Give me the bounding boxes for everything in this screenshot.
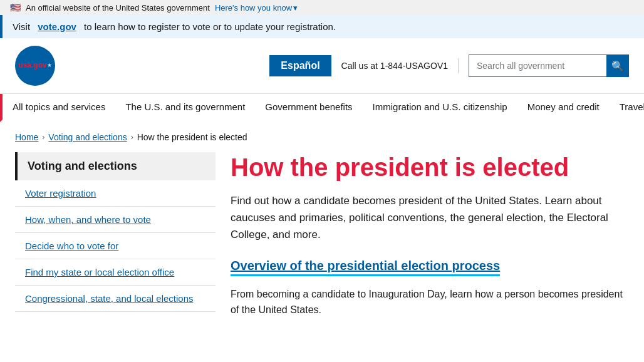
phone-text: Call us at 1-844-USAGOV1 xyxy=(341,61,448,71)
main-layout: Voting and elections Voter registration … xyxy=(0,152,644,333)
nav-item-immigration[interactable]: Immigration and U.S. citizenship xyxy=(363,94,517,122)
sidebar-link-how-when-where[interactable]: How, when, and where to vote xyxy=(15,207,216,232)
flag-icon: 🇺🇸 xyxy=(10,3,21,13)
list-item: Congressional, state, and local election… xyxy=(15,286,216,312)
gov-banner: 🇺🇸 An official website of the United Sta… xyxy=(0,0,644,15)
breadcrumb: Home › Voting and elections › How the pr… xyxy=(0,122,644,152)
nav-item-all-topics[interactable]: All topics and services xyxy=(0,94,115,122)
main-nav: All topics and services The U.S. and its… xyxy=(0,93,644,122)
search-icon: 🔍 xyxy=(611,60,624,72)
how-you-know-button[interactable]: Here's how you know ▾ xyxy=(215,3,298,13)
how-you-know-label: Here's how you know xyxy=(215,3,292,13)
search-button[interactable]: 🔍 xyxy=(606,54,629,77)
breadcrumb-section[interactable]: Voting and elections xyxy=(48,132,127,142)
nav-label: The U.S. and its government xyxy=(125,101,245,112)
list-item: Voter registration xyxy=(15,180,216,207)
nav-label: Travel xyxy=(620,101,644,112)
nav-label: Government benefits xyxy=(265,101,352,112)
header-divider xyxy=(458,58,459,73)
breadcrumb-home[interactable]: Home xyxy=(15,132,38,142)
logo-usa-text: usa xyxy=(18,61,31,70)
vote-gov-link[interactable]: vote.gov xyxy=(38,21,76,32)
espanol-button[interactable]: Español xyxy=(269,55,331,76)
sidebar-link-decide-vote[interactable]: Decide who to vote for xyxy=(15,233,216,259)
main-content: How the president is elected Find out ho… xyxy=(231,152,629,333)
page-description: Find out how a candidate becomes preside… xyxy=(231,192,629,244)
nav-label: Immigration and U.S. citizenship xyxy=(373,101,507,112)
search-input[interactable] xyxy=(469,54,606,77)
usa-gov-logo[interactable]: usa .gov ★ xyxy=(15,46,55,86)
logo-star: ★ xyxy=(47,63,52,69)
list-item: How, when, and where to vote xyxy=(15,207,216,233)
section-link[interactable]: Overview of the presidential election pr… xyxy=(231,259,500,276)
nav-item-money-credit[interactable]: Money and credit xyxy=(517,94,610,122)
nav-item-travel[interactable]: Travel xyxy=(610,94,644,122)
page-title: How the president is elected xyxy=(231,152,629,182)
logo-gov-text: gov xyxy=(33,61,46,70)
sidebar-title: Voting and elections xyxy=(15,152,216,180)
vote-banner-prefix: Visit xyxy=(13,21,30,32)
breadcrumb-sep-2: › xyxy=(131,133,133,142)
header: usa .gov ★ Español Call us at 1-844-USAG… xyxy=(0,38,644,93)
nav-label: All topics and services xyxy=(13,101,105,112)
sidebar: Voting and elections Voter registration … xyxy=(15,152,216,333)
breadcrumb-sep-1: › xyxy=(42,133,44,142)
breadcrumb-current: How the president is elected xyxy=(137,132,247,142)
logo-container: usa .gov ★ xyxy=(15,46,55,86)
sidebar-link-election-office[interactable]: Find my state or local election office xyxy=(15,259,216,285)
nav-item-government-benefits[interactable]: Government benefits xyxy=(255,94,362,122)
sidebar-link-voter-registration[interactable]: Voter registration xyxy=(15,180,216,206)
header-right: Español Call us at 1-844-USAGOV1 🔍 xyxy=(269,54,629,77)
sidebar-link-congressional-elections[interactable]: Congressional, state, and local election… xyxy=(15,286,216,311)
expand-icon: ▾ xyxy=(293,3,298,13)
search-container: 🔍 xyxy=(469,54,629,77)
gov-banner-text: An official website of the United States… xyxy=(26,3,210,13)
sidebar-list: Voter registration How, when, and where … xyxy=(15,180,216,312)
vote-banner: Visit vote.gov to learn how to register … xyxy=(0,15,644,38)
vote-banner-suffix: to learn how to register to vote or to u… xyxy=(84,21,336,32)
nav-item-us-government[interactable]: The U.S. and its government xyxy=(115,94,255,122)
section-description: From becoming a candidate to Inauguratio… xyxy=(231,286,629,318)
list-item: Find my state or local election office xyxy=(15,259,216,286)
list-item: Decide who to vote for xyxy=(15,233,216,259)
nav-label: Money and credit xyxy=(527,101,600,112)
